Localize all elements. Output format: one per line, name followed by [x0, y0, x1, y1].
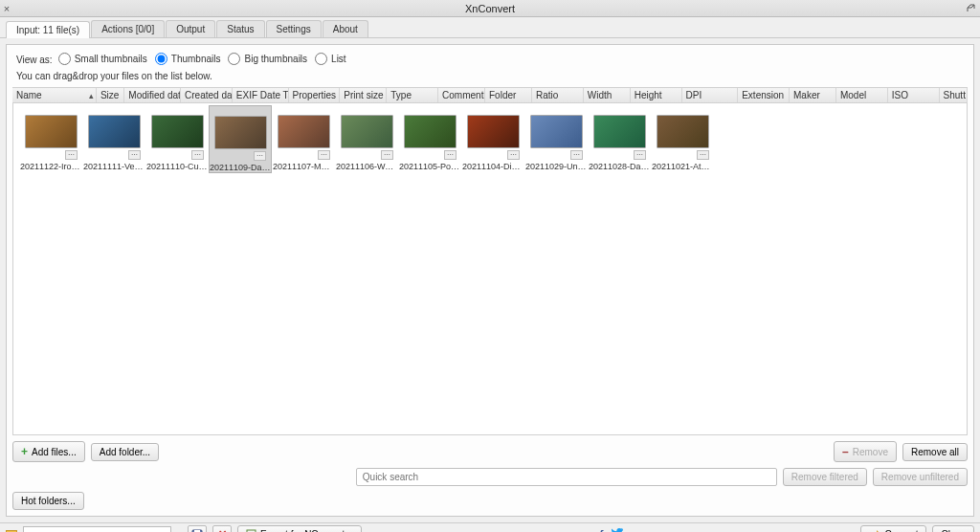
thumbnail-badge: ⋯ [191, 150, 204, 160]
thumbnail-item[interactable]: ⋯20211106-WANum… [335, 105, 398, 173]
column-header-height[interactable]: Height [631, 88, 682, 102]
thumbnail-item[interactable]: ⋯20211122-Irohazak… [19, 105, 82, 173]
thumbnail-image [25, 115, 78, 148]
thumbnail-image [341, 115, 393, 148]
thumbnail-badge: ⋯ [697, 150, 709, 160]
tab-5[interactable]: About [323, 20, 368, 37]
column-header-iso[interactable]: ISO [888, 88, 940, 102]
column-header-name[interactable]: Name▴ [12, 88, 97, 102]
convert-button[interactable]: Convert [860, 525, 926, 532]
viewas-radio-3[interactable] [315, 53, 327, 65]
thumbnail-item[interactable]: ⋯20211107-MackArc… [272, 105, 335, 173]
viewas-radio-2[interactable] [228, 53, 240, 65]
minus-icon: – [842, 445, 849, 458]
preset-dropdown[interactable] [23, 526, 171, 532]
column-header-comment[interactable]: Comment [438, 88, 485, 102]
thumbnail-badge: ⋯ [634, 150, 646, 160]
thumbnail-caption: 20211111-Veterans… [83, 162, 145, 171]
column-header-extension[interactable]: Extension [738, 88, 790, 102]
thumbnail-image [88, 115, 141, 148]
thumbnail-item[interactable]: ⋯20211105-PontRou… [398, 105, 461, 173]
column-header-model[interactable]: Model [836, 88, 888, 102]
thumbnail-image [278, 115, 330, 148]
statusbar: ▾ ✕ Export for NConvert... f Convert Clo… [0, 522, 980, 532]
tab-4[interactable]: Settings [266, 20, 322, 37]
save-preset-button[interactable] [188, 525, 207, 533]
viewas-option-1[interactable]: Thumbnails [155, 53, 221, 65]
viewas-option-0[interactable]: Small thumbnails [58, 53, 147, 65]
thumbnail-caption: 20211104-DiwaliLi… [462, 162, 523, 171]
thumbnail-item[interactable]: ⋯20211109-DalyanT… [209, 105, 272, 173]
remove-button[interactable]: –Remove [834, 441, 897, 462]
thumbnail-grid[interactable]: ⋯20211122-Irohazak…⋯20211111-Veterans…⋯2… [12, 103, 968, 435]
thumbnail-badge: ⋯ [444, 150, 457, 160]
delete-preset-button[interactable]: ✕ [212, 525, 232, 533]
view-as-label: View as: [16, 55, 53, 65]
thumbnail-item[interactable]: ⋯20211110-Cumberl… [145, 105, 209, 173]
tab-2[interactable]: Output [166, 20, 215, 37]
window-maximize-button[interactable] [967, 4, 980, 12]
column-header-modified-date[interactable]: Modified date [124, 88, 181, 102]
thumbnail-item[interactable]: ⋯20211111-Veterans… [82, 105, 145, 173]
social-links: f [600, 528, 623, 533]
add-files-button[interactable]: +Add files... [12, 441, 85, 462]
thumbnail-badge: ⋯ [381, 150, 393, 160]
thumbnail-item[interactable]: ⋯20211021-Atchafal… [651, 105, 714, 173]
column-header-type[interactable]: Type [387, 88, 438, 102]
thumbnail-image [657, 115, 709, 148]
thumbnail-item[interactable]: ⋯20211028-Dargavs… [588, 105, 651, 173]
column-header-dpi[interactable]: DPI [682, 88, 739, 102]
thumbnail-caption: 20211105-PontRou… [399, 162, 460, 171]
tab-bar: Input: 11 file(s)Actions [0/0]OutputStat… [0, 17, 980, 38]
column-header-print-size[interactable]: Print size [340, 88, 387, 102]
thumbnail-caption: 20211021-Atchafal… [652, 162, 713, 171]
tab-0[interactable]: Input: 11 file(s) [6, 21, 90, 38]
column-header-maker[interactable]: Maker [790, 88, 836, 102]
facebook-icon[interactable]: f [600, 528, 604, 533]
viewas-option-2[interactable]: Big thumbnails [228, 53, 307, 65]
thumbnail-item[interactable]: ⋯20211029-Unkindn… [524, 105, 588, 173]
viewas-radio-1[interactable] [155, 53, 167, 65]
add-folder-button[interactable]: Add folder... [91, 443, 159, 461]
view-as-row: View as: Small thumbnailsThumbnailsBig t… [7, 45, 973, 69]
window-title: XnConvert [13, 3, 967, 14]
thumbnail-image [467, 115, 520, 148]
viewas-option-3[interactable]: List [315, 53, 346, 65]
column-header-created-date[interactable]: Created date [181, 88, 233, 102]
quick-search-input[interactable] [356, 468, 777, 486]
column-header-properties[interactable]: Properties [289, 88, 341, 102]
quick-search [356, 468, 777, 486]
tab-3[interactable]: Status [216, 20, 264, 37]
hot-folders-button[interactable]: Hot folders... [12, 492, 84, 510]
thumbnail-badge: ⋯ [254, 151, 266, 161]
thumbnail-item[interactable]: ⋯20211104-DiwaliLi… [461, 105, 524, 173]
column-header-folder[interactable]: Folder [485, 88, 532, 102]
window-close-button[interactable]: × [0, 3, 13, 14]
column-header-size[interactable]: Size [97, 88, 124, 102]
thumbnail-caption: 20211028-Dargavs… [589, 162, 650, 171]
thumbnail-badge: ⋯ [318, 150, 330, 160]
thumbnail-image [530, 115, 583, 148]
remove-all-button[interactable]: Remove all [902, 443, 968, 461]
thumbnail-badge: ⋯ [128, 150, 141, 160]
column-header-shutt[interactable]: Shutt [940, 88, 968, 102]
remove-unfiltered-button[interactable]: Remove unfiltered [873, 468, 968, 486]
thumbnail-badge: ⋯ [507, 150, 520, 160]
thumbnail-image [593, 115, 646, 148]
close-button[interactable]: Close [932, 525, 974, 532]
thumbnail-caption: 20211107-MackArc… [273, 162, 334, 171]
twitter-icon[interactable] [612, 528, 623, 533]
sort-arrow-icon: ▴ [89, 91, 94, 100]
column-headers: Name▴SizeModified dateCreated dateEXIF D… [12, 87, 968, 103]
remove-filtered-button[interactable]: Remove filtered [783, 468, 867, 486]
column-header-ratio[interactable]: Ratio [532, 88, 584, 102]
tab-1[interactable]: Actions [0/0] [91, 20, 165, 37]
viewas-radio-0[interactable] [58, 53, 71, 65]
column-header-width[interactable]: Width [584, 88, 631, 102]
export-nconvert-button[interactable]: Export for NConvert... [237, 525, 362, 532]
thumbnail-badge: ⋯ [65, 150, 78, 160]
thumbnail-image [404, 115, 457, 148]
column-header-exif-date-taken[interactable]: EXIF Date Taken [233, 88, 289, 102]
panel-bottom: +Add files... Add folder... –Remove Remo… [7, 435, 973, 516]
thumbnail-caption: 20211122-Irohazak… [20, 162, 81, 171]
